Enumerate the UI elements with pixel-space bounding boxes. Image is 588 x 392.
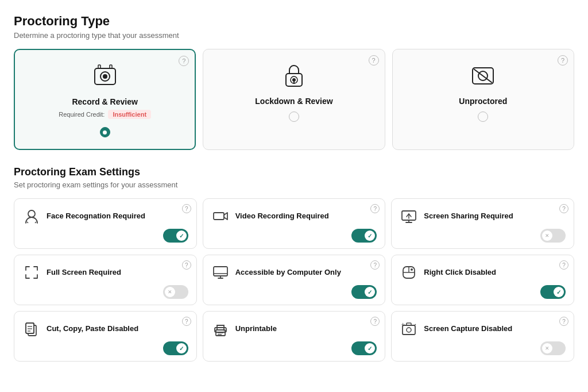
toggle-screen-sharing[interactable] [540,229,566,243]
toggle-video-recording[interactable] [351,229,377,243]
insufficient-badge: Insufficient [108,110,151,119]
setting-right-click: ? Right Click Disabled [391,255,574,305]
settings-title: Proctoring Exam Settings [14,166,574,178]
radio-record-review[interactable] [100,127,110,137]
help-icon-unproctored[interactable]: ? [558,55,568,66]
screenshot-icon [400,320,418,338]
svg-point-24 [411,268,413,271]
page-title: Proctoring Type [14,14,574,29]
toggle-cut-copy-paste[interactable] [163,341,188,355]
screen-sharing-label: Screen Sharing Required [424,212,566,221]
help-icon-print[interactable]: ? [370,317,380,326]
proctoring-type-selector: ? Record & Review Required Credit: Insuf… [14,49,574,150]
help-icon-computer[interactable]: ? [370,260,380,270]
svg-rect-13 [214,213,224,220]
computer-icon [211,263,230,282]
help-icon-full-screen[interactable]: ? [182,260,191,270]
help-icon-copy[interactable]: ? [182,317,191,326]
svg-rect-18 [214,267,227,276]
type-card-record-review[interactable]: ? Record & Review Required Credit: Insuf… [14,49,196,150]
help-icon-video[interactable]: ? [370,204,380,213]
print-icon [211,320,230,338]
record-review-label: Record & Review [72,97,137,106]
screen-capture-label: Screen Capture Disabled [424,324,566,334]
toggle-screen-capture[interactable] [540,341,566,355]
camera-record-icon [90,62,120,91]
svg-point-6 [292,78,296,82]
toggle-face-recognition[interactable] [163,229,188,243]
svg-rect-38 [407,323,411,325]
setting-screen-capture: ? Screen Capture Disabled [391,311,574,362]
setting-video-recording: ? Video Recording Required [203,198,386,249]
setting-cut-copy-paste: ? Cut, Copy, Paste Disabled [14,311,197,362]
svg-point-2 [103,74,107,79]
svg-point-35 [223,329,225,331]
settings-grid: ? Face Recognation Required ? [14,198,574,362]
type-card-lockdown-review[interactable]: ? Lockdown & Review [203,49,385,150]
radio-unproctored[interactable] [478,112,488,122]
help-icon-lockdown-review[interactable]: ? [369,55,379,66]
help-icon-face[interactable]: ? [182,204,191,213]
screen-share-icon [400,207,418,225]
svg-point-12 [28,210,35,217]
radio-lockdown-review[interactable] [289,112,299,122]
svg-point-37 [407,328,411,332]
mouse-icon [400,263,418,282]
toggle-computer-only[interactable] [351,285,377,299]
toggle-full-screen[interactable] [163,285,188,299]
setting-full-screen: ? Full Screen Required [14,255,197,305]
face-recognition-label: Face Recognation Required [47,212,188,221]
svg-rect-36 [403,325,415,335]
fullscreen-icon [22,263,41,282]
camera-off-icon [468,61,498,91]
credit-label-text: Required Credit: [59,111,105,118]
video-icon [211,207,230,225]
setting-unprintable: ? Unprintable [203,311,386,362]
unprintable-label: Unprintable [235,324,377,334]
unproctored-label: Unproctored [459,97,507,106]
computer-only-label: Accessible by Computer Only [235,268,377,278]
face-icon [22,207,41,225]
help-icon-screen-sharing[interactable]: ? [559,204,568,213]
lockdown-review-label: Lockdown & Review [255,97,332,106]
setting-computer-only: ? Accessible by Computer Only [203,255,386,305]
svg-rect-26 [26,323,34,333]
setting-screen-sharing: ? Screen Sharing Required [391,198,574,249]
page-subtitle: Determine a proctoring type that your as… [14,31,574,40]
right-click-label: Right Click Disabled [424,268,566,278]
settings-subtitle: Set proctoring exam settings for your as… [14,180,574,189]
help-icon-record-review[interactable]: ? [179,56,189,66]
camera-lock-icon [279,61,309,91]
video-recording-label: Video Recording Required [235,212,377,221]
help-icon-screen-capture[interactable]: ? [559,317,568,326]
toggle-unprintable[interactable] [351,341,377,355]
type-card-unproctored[interactable]: ? Unproctored [392,49,574,150]
cut-copy-paste-label: Cut, Copy, Paste Disabled [47,324,188,334]
help-icon-right-click[interactable]: ? [559,260,568,270]
full-screen-label: Full Screen Required [47,268,188,278]
toggle-right-click[interactable] [540,285,566,299]
setting-face-recognition: ? Face Recognation Required [14,198,197,249]
copy-icon [22,320,41,338]
credit-row: Required Credit: Insufficient [59,110,151,119]
